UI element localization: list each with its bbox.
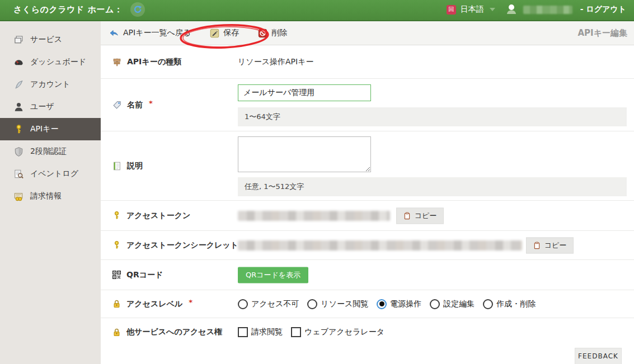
- topbar: さくらのクラウド ホーム： 回 日本語 - ログアウト: [0, 0, 634, 21]
- required-mark: *: [149, 99, 153, 107]
- sidebar-item-label: アカウント: [30, 79, 71, 89]
- refresh-icon: [133, 5, 143, 15]
- qr-label: QRコード: [126, 270, 163, 280]
- sidebar-item-label: 2段階認証: [30, 146, 67, 157]
- note-icon: [112, 161, 122, 171]
- radio-option-create-delete[interactable]: 作成・削除: [483, 299, 536, 309]
- logout-link[interactable]: - ログアウト: [580, 4, 626, 15]
- chevron-down-icon[interactable]: [490, 8, 495, 11]
- radio-icon-selected[interactable]: [377, 299, 387, 309]
- description-label: 説明: [127, 161, 143, 171]
- page-title: APIキー編集: [577, 28, 627, 39]
- shield-icon: [13, 146, 24, 157]
- radio-label: アクセス不可: [251, 299, 299, 309]
- sidebar-item-label: ダッシュボード: [30, 57, 86, 67]
- show-qr-button[interactable]: QRコードを表示: [238, 267, 308, 283]
- other-services-options: 請求閲覧 ウェブアクセラレータ: [238, 327, 384, 337]
- description-hint: 任意, 1〜512文字: [238, 177, 627, 196]
- sidebar-item-users[interactable]: ユーザ: [0, 96, 101, 118]
- topbar-right-group: 回 日本語 - ログアウト: [447, 3, 626, 16]
- radio-option-resource-view[interactable]: リソース閲覧: [307, 299, 368, 309]
- account-name-redacted: [523, 6, 572, 14]
- sidebar-item-label: ユーザ: [30, 102, 54, 112]
- name-label-group: 名前 *: [112, 100, 153, 110]
- key-icon: [13, 124, 24, 135]
- checkbox-icon[interactable]: [291, 327, 301, 337]
- sidebar-item-2fa[interactable]: 2段階認証: [0, 140, 101, 163]
- radio-label: 作成・削除: [496, 299, 536, 309]
- refresh-button[interactable]: [130, 2, 145, 17]
- checkbox-label: 請求閲覧: [251, 327, 283, 337]
- access-token-label: アクセストークン: [126, 211, 190, 221]
- secret-label: アクセストークンシークレット: [126, 240, 238, 250]
- radio-label: 設定編集: [443, 299, 475, 309]
- back-to-list-button[interactable]: APIキー一覧へ戻る: [109, 28, 191, 38]
- secret-label-group: アクセストークンシークレット: [112, 240, 238, 250]
- sidebar-item-eventlog[interactable]: イベントログ: [0, 163, 101, 185]
- clipboard-icon: [403, 211, 411, 220]
- language-icon: 回: [447, 5, 456, 15]
- save-button[interactable]: 保存: [210, 28, 239, 38]
- copy-secret-button[interactable]: コピー: [526, 237, 574, 253]
- billing-icon: [13, 191, 24, 202]
- name-label: 名前: [127, 100, 143, 110]
- app-title: さくらのクラウド ホーム：: [13, 4, 123, 15]
- required-mark: *: [189, 298, 192, 306]
- radio-option-no-access[interactable]: アクセス不可: [238, 299, 299, 309]
- radio-icon[interactable]: [307, 299, 317, 309]
- sidebar-item-label: イベントログ: [30, 169, 78, 179]
- language-selector[interactable]: 日本語: [461, 4, 484, 15]
- signpost-icon: [112, 57, 122, 67]
- key-type-value: リソース操作APIキー: [238, 57, 313, 67]
- key-type-label-group: APIキーの種類: [112, 57, 181, 67]
- delete-button[interactable]: 削除: [258, 28, 287, 38]
- key-small-icon: [112, 240, 121, 250]
- radio-option-power-ops[interactable]: 電源操作: [377, 299, 421, 309]
- qr-icon: [112, 270, 121, 280]
- sidebar-item-services[interactable]: サービス: [0, 29, 101, 51]
- form-row-access-token: アクセストークン コピー: [101, 201, 634, 231]
- sidebar-item-api-key[interactable]: APIキー: [0, 118, 101, 140]
- delete-label: 削除: [271, 28, 287, 38]
- tag-icon: [112, 100, 122, 110]
- user-icon: [13, 102, 24, 112]
- name-hint: 1〜64文字: [238, 107, 627, 126]
- quill-icon: [13, 79, 24, 90]
- feedback-button[interactable]: FEEDBACK: [575, 348, 622, 364]
- radio-icon[interactable]: [238, 299, 248, 309]
- form-row-other-services: 他サービスへのアクセス権 請求閲覧 ウェブアクセラレータ: [101, 318, 634, 346]
- sidebar-item-billing[interactable]: 請求情報: [0, 185, 101, 207]
- sidebar-item-account[interactable]: アカウント: [0, 73, 101, 96]
- sidebar-item-label: APIキー: [30, 124, 58, 134]
- form-row-qr: QRコード QRコードを表示: [101, 260, 634, 290]
- save-label: 保存: [223, 28, 239, 38]
- access-token-label-group: アクセストークン: [112, 211, 190, 221]
- radio-icon[interactable]: [430, 299, 440, 309]
- key-small-icon: [112, 211, 121, 220]
- form-row-access-level: アクセスレベル * アクセス不可 リソース閲覧 電源操作: [101, 290, 634, 318]
- main-content: APIキー一覧へ戻る 保存 削除 APIキー編集: [101, 21, 634, 364]
- checkbox-option-web-accelerator[interactable]: ウェブアクセラレータ: [291, 327, 384, 337]
- name-input[interactable]: [238, 84, 371, 101]
- checkbox-label: ウェブアクセラレータ: [304, 327, 384, 337]
- access-token-redacted: [238, 211, 390, 221]
- lock-icon: [112, 328, 121, 337]
- clipboard-icon: [533, 241, 541, 249]
- sidebar-item-dashboard[interactable]: ダッシュボード: [0, 51, 101, 73]
- sidebar-item-label: サービス: [30, 35, 62, 45]
- copy-token-button[interactable]: コピー: [396, 207, 444, 224]
- radio-icon[interactable]: [483, 299, 493, 309]
- description-label-group: 説明: [112, 161, 143, 171]
- save-pencil-icon: [210, 29, 219, 38]
- eventlog-icon: [13, 169, 24, 179]
- checkbox-option-billing-view[interactable]: 請求閲覧: [238, 327, 283, 337]
- radio-option-settings-edit[interactable]: 設定編集: [430, 299, 475, 309]
- form-row-access-token-secret: アクセストークンシークレット コピー: [101, 231, 634, 260]
- description-textarea[interactable]: [238, 136, 371, 172]
- copy-token-label: コピー: [415, 211, 437, 221]
- services-icon: [13, 35, 24, 45]
- toolbar: APIキー一覧へ戻る 保存 削除 APIキー編集: [101, 21, 634, 45]
- access-level-label: アクセスレベル: [126, 299, 182, 309]
- checkbox-icon[interactable]: [238, 327, 248, 337]
- other-services-label-group: 他サービスへのアクセス権: [112, 327, 222, 337]
